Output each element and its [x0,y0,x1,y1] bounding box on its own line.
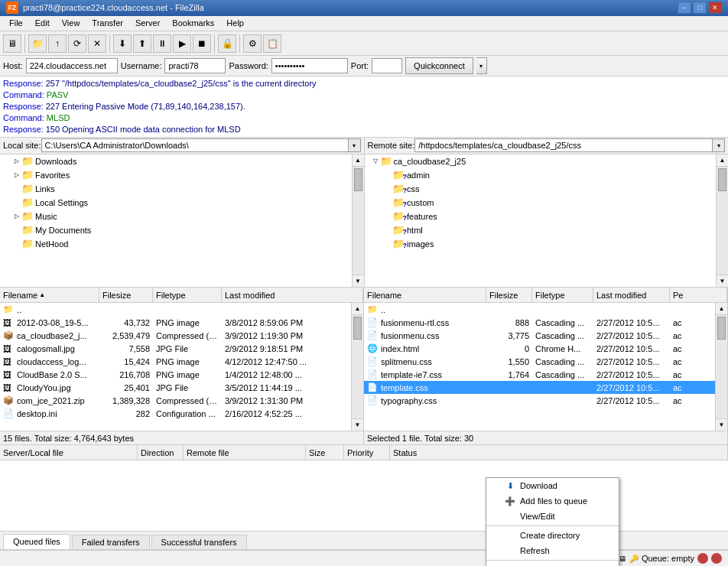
menu-view[interactable]: View [56,17,86,29]
file-row[interactable]: 🖼cloudaccess_log... 15,424 PNG image 4/1… [0,355,351,368]
toolbar-btn-12[interactable]: ⚙ [243,34,262,53]
toolbar-btn-4[interactable]: ⟳ [68,34,86,53]
queue-col-priority[interactable]: Priority [344,445,390,460]
vscroll-thumb[interactable] [354,168,362,191]
queue-col-server[interactable]: Server/Local file [0,445,138,460]
file-row[interactable]: 🌐index.html 0 Chrome H... 2/27/2012 10:5… [364,342,715,355]
file-row-dotdot[interactable]: 📁.. [0,303,351,316]
port-input[interactable] [372,58,402,73]
vscroll-up[interactable]: ▲ [353,155,364,167]
vscroll-down[interactable]: ▼ [717,275,728,287]
local-tree-vscroll[interactable]: ▲ ▼ [352,155,364,288]
vscroll-down[interactable]: ▼ [353,275,364,287]
col-perms[interactable]: Pe [670,288,727,302]
remote-site-dropdown[interactable]: ▾ [713,138,725,152]
file-row[interactable]: 🖼calogosmall.jpg 7,558 JPG File 2/9/2012… [0,342,351,355]
username-input[interactable] [164,58,226,73]
expand-arrow[interactable]: ▷ [12,158,21,164]
vscroll-thumb[interactable] [353,317,362,340]
vscroll-thumb[interactable] [717,317,726,340]
file-row[interactable]: 📦com_jce_2021.zip 1,389,328 Compressed (… [0,394,351,407]
ctx-refresh[interactable]: Refresh [486,543,619,558]
quickconnect-button[interactable]: Quickconnect [405,57,473,74]
tree-item-favorites[interactable]: ▷ 📁 Favorites [0,168,352,182]
ctx-download[interactable]: ⬇ Download [486,478,619,493]
minimize-button[interactable]: − [678,2,691,14]
menu-server[interactable]: Server [129,17,166,29]
menu-file[interactable]: File [3,17,29,29]
toolbar-btn-1[interactable]: 🖥 [3,34,21,53]
tree-item-nethood[interactable]: ▷ 📁 NetHood [0,237,352,251]
vscroll-up[interactable]: ▲ [716,303,727,315]
tree-item-images[interactable]: ▷ 📁 ? images [365,237,717,251]
tree-item-music[interactable]: ▷ 📁 Music [0,210,352,223]
file-row[interactable]: 📄typography.css 2/27/2012 10:5... ac [364,394,715,407]
tree-item-links[interactable]: ▷ 📁 Links [0,182,352,196]
vscroll-down[interactable]: ▼ [716,418,727,431]
menu-help[interactable]: Help [220,17,250,29]
local-site-path[interactable] [41,138,349,152]
file-row[interactable]: 📄fusionmenu-rtl.css 888 Cascading ... 2/… [364,316,715,329]
menu-bookmarks[interactable]: Bookmarks [166,17,220,29]
tree-item-downloads[interactable]: ▷ 📁 Downloads [0,155,352,168]
close-button[interactable]: ✕ [708,2,722,14]
col-lastmodified[interactable]: Last modified [222,288,363,302]
password-input[interactable] [271,58,348,73]
col-lastmodified[interactable]: Last modified [593,288,670,302]
file-row[interactable]: 📄splitmenu.css 1,550 Cascading ... 2/27/… [364,355,715,368]
titlebar-controls[interactable]: − □ ✕ [678,2,722,14]
local-site-dropdown[interactable]: ▾ [349,138,361,152]
toolbar-btn-2[interactable]: 📁 [28,34,47,53]
ctx-add-to-queue[interactable]: ➕ Add files to queue [486,493,619,509]
ctx-create-dir[interactable]: Create directory [486,528,619,543]
tree-item-custom[interactable]: ▷ 📁 ? custom [365,196,717,210]
ctx-view-edit[interactable]: View/Edit [486,509,619,524]
remote-filelist-body[interactable]: 📁.. 📄fusionmenu-rtl.css 888 Cascading ..… [364,303,715,431]
expand-arrow[interactable]: ▷ [12,213,21,220]
col-filesize[interactable]: Filesize [99,288,153,302]
menu-edit[interactable]: Edit [29,17,56,29]
queue-col-size[interactable]: Size [306,445,344,460]
host-input[interactable] [26,58,118,73]
local-tree[interactable]: ▷ 📁 Downloads ▷ 📁 Favorites ▷ 📁 [0,155,352,288]
menu-transfer[interactable]: Transfer [86,17,129,29]
toolbar-btn-5[interactable]: ✕ [88,34,106,53]
col-filetype[interactable]: Filetype [532,288,593,302]
remote-tree-vscroll[interactable]: ▲ ▼ [716,155,728,288]
file-row-template-css[interactable]: 📄template.css 2/27/2012 10:5... ac [364,381,715,394]
col-filename[interactable]: Filename [364,288,486,302]
ctx-delete[interactable]: Delete [486,562,619,566]
tree-item-html[interactable]: ▷ 📁 ? html [365,223,717,237]
queue-col-status[interactable]: Status [390,445,728,460]
tree-item-features[interactable]: ▷ 📁 ? features [365,210,717,223]
vscroll-up[interactable]: ▲ [352,303,363,315]
col-filetype[interactable]: Filetype [153,288,222,302]
file-row[interactable]: 📦ca_cloudbase2_j... 2,539,479 Compressed… [0,329,351,342]
tree-item-css[interactable]: ▷ 📁 ? css [365,182,717,196]
file-row[interactable]: 🖼2012-03-08_19-5... 43,732 PNG image 3/8… [0,316,351,329]
quickconnect-dropdown[interactable]: ▾ [476,57,487,74]
toolbar-btn-11[interactable]: 🔒 [218,34,236,53]
file-row[interactable]: 📄template-ie7.css 1,764 Cascading ... 2/… [364,368,715,381]
toolbar-btn-13[interactable]: 📋 [263,34,281,53]
tree-item-localsettings[interactable]: ▷ 📁 Local Settings [0,196,352,210]
remote-site-path[interactable] [414,138,713,152]
toolbar-btn-9[interactable]: ▶ [173,34,191,53]
tab-queued-files[interactable]: Queued files [3,534,70,549]
vscroll-thumb[interactable] [718,168,726,191]
remote-tree[interactable]: ▽ 📁 ca_cloudbase2_j25 ▷ 📁 ? admin [365,155,717,288]
tree-item-mydocuments[interactable]: ▷ 📁 My Documents [0,223,352,237]
vscroll-up[interactable]: ▲ [717,155,728,167]
vscroll-down[interactable]: ▼ [352,418,363,431]
toolbar-btn-10[interactable]: ⏹ [193,34,211,53]
toolbar-btn-8[interactable]: ⏸ [153,34,171,53]
file-row[interactable]: 📄desktop.ini 282 Configuration ... 2/16/… [0,407,351,420]
queue-col-remote[interactable]: Remote file [184,445,306,460]
tab-failed-transfers[interactable]: Failed transfers [72,535,150,549]
file-row-dotdot[interactable]: 📁.. [364,303,715,316]
remote-filelist-vscroll[interactable]: ▲ ▼ [715,303,727,431]
toolbar-btn-7[interactable]: ⬆ [133,34,151,53]
file-row[interactable]: 🖼CloudBase 2.0 S... 216,708 PNG image 1/… [0,368,351,381]
toolbar-btn-3[interactable]: ↑ [48,34,67,53]
tab-successful-transfers[interactable]: Successful transfers [151,535,247,549]
